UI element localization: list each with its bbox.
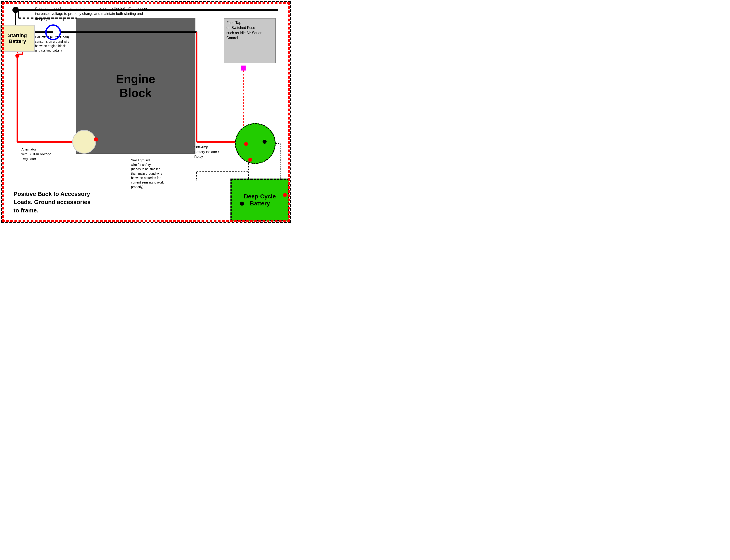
black-dot-isolator — [263, 140, 267, 144]
alternator-circle — [72, 130, 96, 154]
black-terminal-top — [12, 7, 19, 13]
engine-block: Engine Block — [76, 18, 196, 154]
black-dot-deep-cycle — [240, 202, 244, 206]
hall-effect-sensor — [45, 24, 61, 40]
red-dot-isolator-top — [244, 142, 248, 146]
red-dot-battery-neg — [15, 54, 19, 58]
red-dot-alternator — [94, 137, 98, 141]
alternator-label: Alternator with Built-In Voltage Regulat… — [21, 147, 67, 161]
deep-cycle-battery-box: Deep-Cycle Battery — [231, 179, 289, 221]
small-ground-label: Small ground wire for safety (needs to b… — [131, 158, 176, 189]
red-dot-isolator-bottom — [248, 158, 252, 162]
starting-battery-box: Starting Battery — [0, 25, 35, 52]
positive-back-label: Positive Back to Accessory Loads. Ground… — [14, 190, 127, 214]
isolator-label: 200-Amp Battery Isolator / Relay — [194, 145, 228, 159]
ground-connect-note: Connect grounds on batteries together to… — [35, 6, 153, 21]
fuse-tap-label: Fuse Tap on Switched Fuse such as Idle A… — [226, 20, 273, 41]
fuse-tap-pink-indicator — [241, 66, 246, 71]
battery-isolator-circle — [235, 123, 276, 164]
engine-block-label: Engine Block — [116, 72, 155, 100]
red-dot-deep-cycle — [283, 193, 287, 197]
fuse-tap-box: Fuse Tap on Switched Fuse such as Idle A… — [224, 18, 276, 63]
deep-cycle-battery-label: Deep-Cycle Battery — [244, 193, 276, 207]
starting-battery-label: Starting Battery — [8, 33, 27, 45]
